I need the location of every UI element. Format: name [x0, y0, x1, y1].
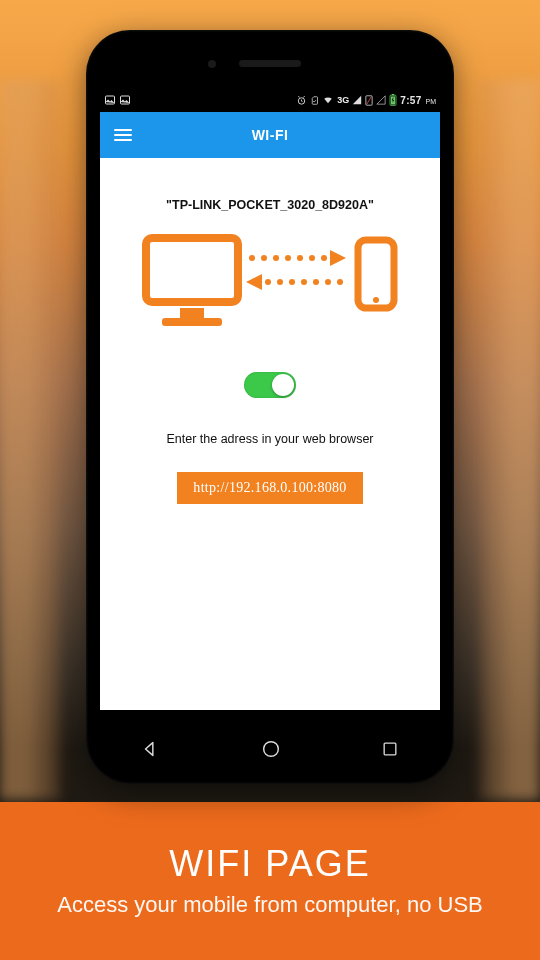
- svg-marker-28: [246, 274, 262, 290]
- no-sim-icon: [365, 95, 373, 106]
- svg-point-26: [277, 279, 283, 285]
- image-icon: [104, 94, 116, 106]
- transfer-icon: [140, 230, 400, 340]
- back-button[interactable]: [140, 738, 162, 764]
- svg-point-25: [289, 279, 295, 285]
- wifi-icon: [322, 95, 334, 105]
- network-type: 3G: [337, 95, 349, 105]
- wifi-toggle[interactable]: [244, 372, 296, 398]
- toggle-knob: [272, 374, 294, 396]
- signal-empty-icon: [376, 95, 386, 105]
- svg-point-19: [321, 255, 327, 261]
- image-icon: [119, 94, 131, 106]
- phone-sensor: [208, 60, 216, 68]
- phone-frame: 3G 7:57 PM WI-FI: [86, 30, 454, 784]
- alarm-icon: [296, 95, 307, 106]
- svg-rect-8: [146, 238, 238, 302]
- svg-point-23: [313, 279, 319, 285]
- svg-point-17: [297, 255, 303, 261]
- svg-rect-9: [180, 308, 204, 318]
- app-bar: WI-FI: [100, 112, 440, 158]
- svg-rect-6: [392, 94, 394, 95]
- svg-point-16: [285, 255, 291, 261]
- recents-button[interactable]: [380, 739, 400, 763]
- svg-point-24: [301, 279, 307, 285]
- status-time: 7:57: [400, 95, 421, 106]
- wifi-network-name: "TP-LINK_POCKET_3020_8D920A": [166, 198, 374, 212]
- promo-title: WIFI PAGE: [169, 843, 370, 885]
- server-url[interactable]: http://192.168.0.100:8080: [177, 472, 362, 504]
- svg-line-4: [367, 96, 372, 104]
- instruction-text: Enter the adress in your web browser: [166, 432, 373, 446]
- status-time-suffix: PM: [426, 98, 437, 105]
- svg-point-14: [261, 255, 267, 261]
- phone-screen: 3G 7:57 PM WI-FI: [100, 88, 440, 710]
- svg-rect-10: [162, 318, 222, 326]
- svg-point-18: [309, 255, 315, 261]
- content-area: "TP-LINK_POCKET_3020_8D920A": [100, 158, 440, 710]
- svg-point-15: [273, 255, 279, 261]
- promo-subtitle: Access your mobile from computer, no USB: [57, 891, 483, 919]
- svg-marker-20: [330, 250, 346, 266]
- phone-earpiece: [239, 60, 301, 67]
- svg-point-27: [265, 279, 271, 285]
- battery-icon: [389, 94, 397, 106]
- svg-point-29: [264, 742, 279, 757]
- signal-icon: [352, 95, 362, 105]
- app-bar-title: WI-FI: [252, 127, 289, 143]
- home-button[interactable]: [260, 738, 282, 764]
- sim-icon: [310, 95, 319, 106]
- android-nav-bar: [140, 738, 400, 764]
- android-status-bar: 3G 7:57 PM: [100, 88, 440, 112]
- promo-footer: WIFI PAGE Access your mobile from comput…: [0, 802, 540, 960]
- menu-button[interactable]: [114, 129, 132, 141]
- svg-point-13: [249, 255, 255, 261]
- svg-rect-30: [384, 743, 396, 755]
- svg-point-22: [325, 279, 331, 285]
- svg-point-12: [373, 297, 379, 303]
- svg-point-21: [337, 279, 343, 285]
